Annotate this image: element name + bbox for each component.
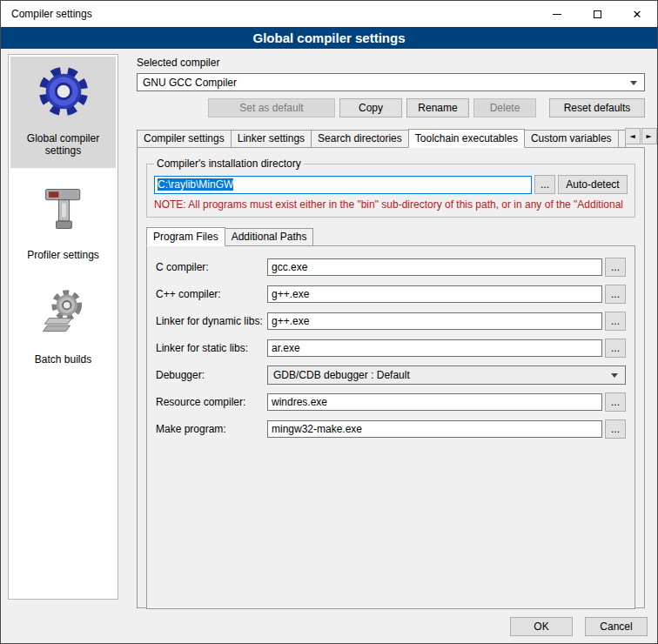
c-compiler-label: C compiler: — [156, 261, 267, 273]
tab-custom-variables[interactable]: Custom variables — [524, 130, 619, 147]
cpp-compiler-row: C++ compiler: ... — [156, 285, 626, 304]
toolchain-executables-panel: Compiler's installation directory C:\ray… — [137, 147, 645, 608]
settings-category-list: Global compiler settings Profiler settin… — [8, 54, 118, 600]
install-dir-selected-text: C:\raylib\MinGW — [158, 178, 233, 191]
tab-compiler-settings[interactable]: Compiler settings — [137, 130, 232, 147]
compiler-settings-window: Compiler settings ✕ Global compiler sett… — [0, 0, 658, 644]
make-program-label: Make program: — [156, 423, 267, 435]
static-linker-row: Linker for static libs: ... — [156, 339, 626, 358]
installation-directory-group: Compiler's installation directory C:\ray… — [146, 158, 635, 218]
c-compiler-row: C compiler: ... — [156, 258, 626, 277]
cpp-compiler-input[interactable] — [267, 285, 602, 303]
resource-compiler-row: Resource compiler: ... — [156, 392, 626, 412]
tab-scrollers: ◄ ► — [625, 128, 657, 144]
make-program-row: Make program: ... — [156, 419, 626, 439]
debugger-label: Debugger: — [156, 369, 267, 381]
make-program-browse-button[interactable]: ... — [605, 419, 626, 439]
delete-button: Delete — [473, 98, 536, 117]
autodetect-button[interactable]: Auto-detect — [558, 175, 628, 194]
tab-linker-settings[interactable]: Linker settings — [231, 130, 312, 147]
cpp-compiler-label: C++ compiler: — [156, 288, 267, 300]
ok-button[interactable]: OK — [510, 617, 573, 636]
cpp-compiler-browse-button[interactable]: ... — [605, 285, 626, 304]
debugger-row: Debugger: GDB/CDB debugger : Default — [156, 366, 626, 385]
tab-search-directories[interactable]: Search directories — [311, 130, 409, 147]
tab-program-files[interactable]: Program Files — [146, 227, 225, 246]
dialog-header: Global compiler settings — [1, 27, 657, 49]
debugger-select[interactable]: GDB/CDB debugger : Default — [267, 366, 626, 385]
chevron-down-icon — [611, 373, 618, 378]
sidebar-item-global-compiler-settings[interactable]: Global compiler settings — [10, 57, 116, 168]
close-button[interactable]: ✕ — [617, 1, 657, 27]
tab-scroll-left-icon[interactable]: ◄ — [625, 128, 641, 144]
program-files-panel: C compiler: ... C++ compiler: ... Linker… — [146, 245, 635, 609]
sidebar-item-profiler-settings[interactable]: Profiler settings — [10, 175, 116, 272]
minimize-icon — [553, 14, 561, 15]
make-program-input[interactable] — [267, 420, 602, 438]
main-panel: Selected compiler GNU GCC Compiler Set a… — [127, 49, 652, 643]
compiler-select-value: GNU GCC Compiler — [143, 77, 237, 89]
cancel-button[interactable]: Cancel — [585, 617, 648, 636]
resource-compiler-input[interactable] — [267, 393, 602, 411]
maximize-button[interactable] — [577, 1, 617, 27]
titlebar: Compiler settings ✕ — [1, 1, 657, 27]
dynamic-linker-input[interactable] — [267, 312, 602, 330]
dynamic-linker-label: Linker for dynamic libs: — [156, 315, 267, 327]
settings-tabs: Compiler settings Linker settings Search… — [137, 128, 645, 147]
gear-icon — [37, 64, 91, 121]
sidebar-item-label: Global compiler settings — [12, 132, 114, 157]
selected-compiler-label: Selected compiler — [137, 57, 645, 69]
chevron-down-icon — [630, 81, 637, 85]
reset-defaults-button[interactable]: Reset defaults — [549, 98, 645, 117]
static-linker-browse-button[interactable]: ... — [605, 339, 626, 358]
set-as-default-button: Set as default — [208, 98, 335, 117]
batch-builds-icon — [37, 287, 90, 342]
compiler-select[interactable]: GNU GCC Compiler — [137, 73, 645, 91]
static-linker-label: Linker for static libs: — [156, 342, 267, 354]
installation-directory-legend: Compiler's installation directory — [154, 158, 304, 170]
dynamic-linker-row: Linker for dynamic libs: ... — [156, 312, 626, 331]
bin-subdirectory-note: NOTE: All programs must exist either in … — [154, 198, 628, 211]
rename-button[interactable]: Rename — [406, 98, 469, 117]
compiler-actions: Set as default Copy Rename Delete Reset … — [137, 98, 645, 117]
static-linker-input[interactable] — [267, 339, 602, 357]
tab-additional-paths[interactable]: Additional Paths — [225, 228, 314, 245]
resource-compiler-label: Resource compiler: — [156, 396, 267, 408]
resource-compiler-browse-button[interactable]: ... — [605, 392, 626, 412]
window-controls: ✕ — [537, 1, 657, 27]
c-compiler-browse-button[interactable]: ... — [605, 258, 626, 277]
sidebar-item-batch-builds[interactable]: Batch builds — [10, 279, 116, 377]
tab-scroll-right-icon[interactable]: ► — [641, 128, 657, 144]
c-compiler-input[interactable] — [267, 258, 602, 276]
minimize-button[interactable] — [537, 1, 577, 27]
dialog-footer: OK Cancel — [510, 617, 648, 636]
dialog-body: Global compiler settings Profiler settin… — [1, 49, 657, 643]
debugger-select-value: GDB/CDB debugger : Default — [273, 369, 410, 381]
install-dir-input[interactable]: C:\raylib\MinGW — [154, 176, 532, 194]
maximize-icon — [594, 10, 601, 18]
dynamic-linker-browse-button[interactable]: ... — [605, 312, 626, 331]
sidebar-item-label: Batch builds — [12, 353, 114, 366]
profiler-icon — [37, 183, 90, 238]
window-title: Compiler settings — [11, 8, 92, 20]
install-dir-browse-button[interactable]: ... — [534, 175, 555, 194]
program-files-tabs: Program Files Additional Paths — [146, 226, 635, 245]
copy-button[interactable]: Copy — [339, 98, 402, 117]
installation-directory-row: C:\raylib\MinGW ... Auto-detect — [154, 175, 628, 194]
sidebar-item-label: Profiler settings — [12, 249, 114, 261]
tab-toolchain-executables[interactable]: Toolchain executables — [408, 129, 525, 148]
